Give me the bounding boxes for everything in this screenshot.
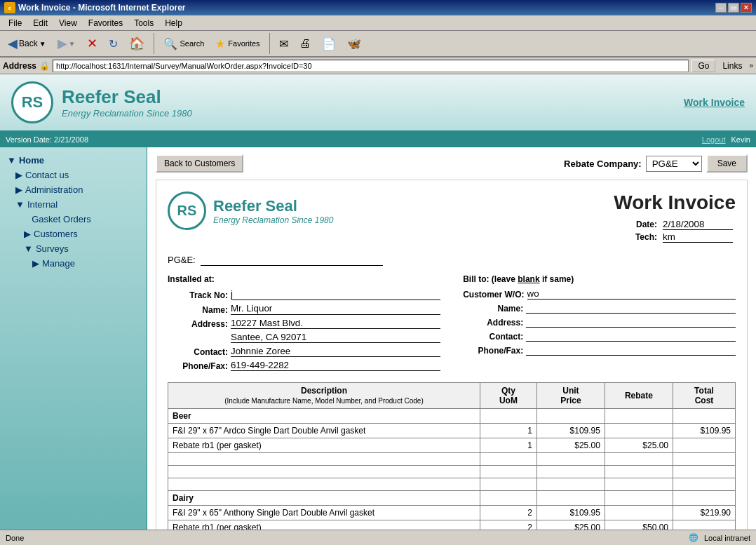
forward-dropdown-icon: ▼ — [69, 40, 76, 48]
address-row2 — [168, 332, 440, 343]
stop-icon: ✕ — [87, 36, 97, 51]
bill-to-suffix: if same) — [542, 274, 574, 284]
contact-field[interactable] — [231, 346, 440, 357]
contact-row: Contact: — [168, 346, 440, 357]
customer-wo-field[interactable] — [527, 288, 736, 300]
zone-text: Local intranet — [704, 534, 750, 542]
back-button[interactable]: ◀ Back ▼ — [3, 34, 51, 53]
invoice-title-area: Work Invoice Date: Tech: — [614, 191, 736, 243]
zone-icon: 🌐 — [689, 533, 698, 542]
bill-phone-field[interactable] — [526, 344, 736, 356]
stop-button[interactable]: ✕ — [82, 34, 102, 53]
sidebar-item-internal[interactable]: ▼ Internal — [0, 197, 147, 212]
empty2-qty — [480, 466, 536, 478]
save-button[interactable]: Save — [706, 154, 748, 173]
sidebar-item-gasket-orders[interactable]: Gasket Orders — [0, 212, 147, 227]
empty1-qty — [480, 453, 536, 466]
row2-price: $25.00 — [536, 438, 605, 453]
logo-text: RS — [22, 93, 43, 112]
col-total-cost: TotalCost — [673, 383, 736, 409]
sidebar-item-surveys[interactable]: ▼ Surveys — [0, 241, 147, 256]
msn-button[interactable]: 🦋 — [342, 35, 366, 53]
bill-name-field[interactable] — [526, 302, 736, 314]
sidebar-item-home[interactable]: ▼ Home — [0, 153, 147, 168]
print-button[interactable]: 🖨 — [295, 35, 316, 52]
dairy-total — [673, 491, 736, 506]
rebate-company-select[interactable]: PG&E SCE SDG&E — [646, 156, 702, 172]
menu-tools[interactable]: Tools — [128, 17, 159, 29]
dairy-qty — [480, 491, 536, 506]
search-label: Search — [180, 39, 205, 48]
sidebar-contact-label: Contact us — [25, 170, 69, 180]
menu-favorites[interactable]: Favorites — [83, 17, 128, 29]
forward-button[interactable]: ▶ ▼ — [53, 34, 81, 53]
invoice-meta: Date: Tech: — [614, 218, 736, 243]
empty2-price — [536, 466, 605, 478]
beer-qty — [480, 409, 536, 424]
links-label[interactable]: Links — [718, 60, 746, 72]
restore-button[interactable]: ▭ — [728, 3, 739, 13]
mail-icon: ✉ — [279, 37, 288, 51]
empty3-desc — [168, 478, 480, 491]
track-no-row: Track No: — [168, 288, 440, 300]
invoice-logo-text: RS — [177, 203, 197, 219]
favorites-button[interactable]: ★ Favorites — [210, 35, 264, 53]
expand-icon[interactable]: » — [749, 62, 753, 69]
table-row: Dairy — [168, 491, 736, 506]
pge-label: PG&E: — [168, 255, 196, 265]
back-to-customers-button[interactable]: Back to Customers — [156, 154, 243, 173]
customer-wo-row: Customer W/O: — [463, 288, 736, 300]
phone-field[interactable] — [231, 360, 440, 371]
search-button[interactable]: 🔍 Search — [158, 35, 210, 53]
row1-total: $109.95 — [673, 424, 736, 438]
back-dropdown-icon[interactable]: ▼ — [39, 40, 46, 48]
bill-contact-row: Contact: — [463, 330, 736, 342]
bill-contact-label: Contact: — [463, 332, 526, 342]
surveys-arrow-icon: ▼ — [24, 243, 33, 254]
company-tagline: Energy Reclamation Since 1980 — [62, 108, 192, 119]
name-field[interactable] — [231, 303, 440, 315]
row3-qty: 2 — [480, 506, 536, 520]
mail-button[interactable]: ✉ — [274, 35, 293, 53]
menu-file[interactable]: File — [3, 17, 27, 29]
row2-desc: Rebate rb1 (per gasket) — [168, 438, 480, 453]
bill-contact-field[interactable] — [526, 330, 736, 342]
logout-link[interactable]: Logout — [702, 135, 726, 144]
empty2-total — [673, 466, 736, 478]
sidebar-item-contact[interactable]: ▶ Contact us — [0, 168, 147, 182]
refresh-button[interactable]: ↻ — [104, 35, 123, 53]
sidebar-item-customers[interactable]: ▶ Customers — [0, 227, 147, 241]
phone-row: Phone/Fax: — [168, 360, 440, 371]
address-input[interactable] — [53, 60, 689, 72]
sidebar-item-administration[interactable]: ▶ Administration — [0, 182, 147, 197]
minimize-button[interactable]: ─ — [715, 3, 727, 13]
sidebar-item-manage[interactable]: ▶ Manage — [0, 256, 147, 271]
header-right: Work Invoice — [684, 97, 745, 108]
edit-button[interactable]: 📄 — [317, 35, 341, 53]
invoice-header-row: RS Reefer Seal Energy Reclamation Since … — [168, 191, 736, 243]
page-header: RS Reefer Seal Energy Reclamation Since … — [0, 74, 756, 132]
date-field[interactable] — [663, 219, 733, 230]
address-field1[interactable] — [231, 318, 440, 329]
date-label: Date: — [633, 218, 660, 231]
empty1-price — [536, 453, 605, 466]
search-icon: 🔍 — [163, 37, 177, 51]
menu-edit[interactable]: Edit — [27, 17, 53, 29]
close-button[interactable]: ✕ — [741, 3, 752, 13]
address-bar-icon: 🔒 — [39, 61, 50, 71]
menu-help[interactable]: Help — [159, 17, 188, 29]
bill-address-field[interactable] — [526, 316, 736, 328]
work-invoice-link[interactable]: Work Invoice — [684, 97, 745, 108]
track-no-field[interactable] — [231, 288, 440, 300]
logo-area: RS Reefer Seal Energy Reclamation Since … — [11, 81, 192, 123]
customers-arrow-icon: ▶ — [24, 229, 31, 239]
address-field2[interactable] — [231, 332, 440, 343]
go-button[interactable]: Go — [691, 60, 715, 72]
home-button[interactable]: 🏠 — [124, 34, 149, 53]
table-row: Rebate rb1 (per gasket) 1 $25.00 $25.00 — [168, 438, 736, 453]
menu-view[interactable]: View — [53, 17, 83, 29]
row1-qty: 1 — [480, 424, 536, 438]
tech-field[interactable] — [663, 231, 733, 243]
logout-area: Logout Kevin — [702, 135, 750, 144]
pge-field[interactable] — [201, 255, 383, 266]
